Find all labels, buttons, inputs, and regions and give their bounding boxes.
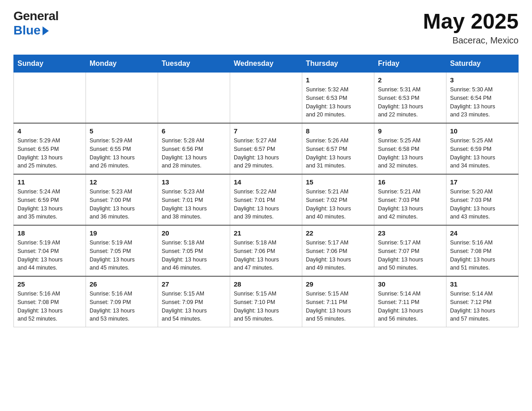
day-number: 23 (378, 229, 442, 237)
day-info: Sunrise: 5:29 AM Sunset: 6:55 PM Dayligh… (17, 137, 82, 170)
logo-blue-text: Blue (13, 23, 41, 38)
day-info: Sunrise: 5:16 AM Sunset: 7:09 PM Dayligh… (90, 290, 154, 323)
day-number: 9 (378, 127, 442, 135)
day-info: Sunrise: 5:15 AM Sunset: 7:10 PM Dayligh… (234, 290, 298, 323)
day-info: Sunrise: 5:23 AM Sunset: 7:00 PM Dayligh… (90, 188, 154, 221)
calendar-cell: 8Sunrise: 5:26 AM Sunset: 6:57 PM Daylig… (302, 123, 374, 174)
day-info: Sunrise: 5:16 AM Sunset: 7:08 PM Dayligh… (17, 290, 82, 323)
calendar-cell: 13Sunrise: 5:23 AM Sunset: 7:01 PM Dayli… (158, 174, 230, 225)
calendar-cell (86, 73, 158, 124)
day-number: 15 (306, 178, 370, 186)
calendar-cell: 25Sunrise: 5:16 AM Sunset: 7:08 PM Dayli… (14, 276, 86, 327)
day-info: Sunrise: 5:16 AM Sunset: 7:08 PM Dayligh… (450, 239, 515, 272)
day-number: 29 (306, 280, 370, 288)
weekday-header-wednesday: Wednesday (230, 55, 302, 73)
day-info: Sunrise: 5:17 AM Sunset: 7:06 PM Dayligh… (306, 239, 370, 272)
weekday-header-saturday: Saturday (446, 55, 519, 73)
day-number: 24 (450, 229, 515, 237)
logo-arrow-icon (43, 26, 49, 35)
day-number: 16 (378, 178, 442, 186)
day-info: Sunrise: 5:22 AM Sunset: 7:01 PM Dayligh… (234, 188, 298, 221)
calendar-cell: 11Sunrise: 5:24 AM Sunset: 6:59 PM Dayli… (14, 174, 86, 225)
calendar-cell (230, 73, 302, 124)
day-number: 30 (378, 280, 442, 288)
calendar-cell: 31Sunrise: 5:14 AM Sunset: 7:12 PM Dayli… (446, 276, 519, 327)
day-info: Sunrise: 5:27 AM Sunset: 6:57 PM Dayligh… (234, 137, 298, 170)
calendar-cell: 16Sunrise: 5:21 AM Sunset: 7:03 PM Dayli… (374, 174, 446, 225)
calendar-cell: 19Sunrise: 5:19 AM Sunset: 7:05 PM Dayli… (86, 225, 158, 276)
day-number: 20 (162, 229, 226, 237)
calendar-cell: 7Sunrise: 5:27 AM Sunset: 6:57 PM Daylig… (230, 123, 302, 174)
logo-general-text: General (13, 9, 59, 23)
location-subtitle: Bacerac, Mexico (423, 35, 519, 46)
calendar-week-row: 1Sunrise: 5:32 AM Sunset: 6:53 PM Daylig… (14, 73, 519, 124)
day-number: 26 (90, 280, 154, 288)
day-info: Sunrise: 5:21 AM Sunset: 7:02 PM Dayligh… (306, 188, 370, 221)
calendar-cell: 5Sunrise: 5:29 AM Sunset: 6:55 PM Daylig… (86, 123, 158, 174)
calendar-cell: 1Sunrise: 5:32 AM Sunset: 6:53 PM Daylig… (302, 73, 374, 124)
calendar-cell: 29Sunrise: 5:15 AM Sunset: 7:11 PM Dayli… (302, 276, 374, 327)
day-number: 19 (90, 229, 154, 237)
calendar-cell: 26Sunrise: 5:16 AM Sunset: 7:09 PM Dayli… (86, 276, 158, 327)
calendar-cell: 3Sunrise: 5:30 AM Sunset: 6:54 PM Daylig… (446, 73, 519, 124)
day-info: Sunrise: 5:29 AM Sunset: 6:55 PM Dayligh… (90, 137, 154, 170)
calendar-cell: 20Sunrise: 5:18 AM Sunset: 7:05 PM Dayli… (158, 225, 230, 276)
calendar-cell: 4Sunrise: 5:29 AM Sunset: 6:55 PM Daylig… (14, 123, 86, 174)
day-info: Sunrise: 5:15 AM Sunset: 7:09 PM Dayligh… (162, 290, 226, 323)
calendar-week-row: 18Sunrise: 5:19 AM Sunset: 7:04 PM Dayli… (14, 225, 519, 276)
day-info: Sunrise: 5:21 AM Sunset: 7:03 PM Dayligh… (378, 188, 442, 221)
calendar-cell: 30Sunrise: 5:14 AM Sunset: 7:11 PM Dayli… (374, 276, 446, 327)
day-number: 28 (234, 280, 298, 288)
logo: General Blue (13, 9, 59, 38)
calendar-cell (158, 73, 230, 124)
calendar-cell: 2Sunrise: 5:31 AM Sunset: 6:53 PM Daylig… (374, 73, 446, 124)
day-number: 11 (17, 178, 82, 186)
day-info: Sunrise: 5:15 AM Sunset: 7:11 PM Dayligh… (306, 290, 370, 323)
calendar-cell: 15Sunrise: 5:21 AM Sunset: 7:02 PM Dayli… (302, 174, 374, 225)
day-number: 1 (306, 76, 370, 84)
day-info: Sunrise: 5:24 AM Sunset: 6:59 PM Dayligh… (17, 188, 82, 221)
calendar-cell: 21Sunrise: 5:18 AM Sunset: 7:06 PM Dayli… (230, 225, 302, 276)
calendar-cell: 12Sunrise: 5:23 AM Sunset: 7:00 PM Dayli… (86, 174, 158, 225)
day-number: 14 (234, 178, 298, 186)
weekday-header-monday: Monday (86, 55, 158, 73)
calendar-cell: 28Sunrise: 5:15 AM Sunset: 7:10 PM Dayli… (230, 276, 302, 327)
day-number: 2 (378, 76, 442, 84)
title-block: May 2025 Bacerac, Mexico (423, 9, 519, 46)
day-number: 12 (90, 178, 154, 186)
calendar-cell: 24Sunrise: 5:16 AM Sunset: 7:08 PM Dayli… (446, 225, 519, 276)
calendar-cell: 17Sunrise: 5:20 AM Sunset: 7:03 PM Dayli… (446, 174, 519, 225)
calendar-cell: 6Sunrise: 5:28 AM Sunset: 6:56 PM Daylig… (158, 123, 230, 174)
day-number: 21 (234, 229, 298, 237)
calendar-cell: 10Sunrise: 5:25 AM Sunset: 6:59 PM Dayli… (446, 123, 519, 174)
day-info: Sunrise: 5:32 AM Sunset: 6:53 PM Dayligh… (306, 86, 370, 119)
calendar-cell: 27Sunrise: 5:15 AM Sunset: 7:09 PM Dayli… (158, 276, 230, 327)
day-number: 18 (17, 229, 82, 237)
calendar-cell: 22Sunrise: 5:17 AM Sunset: 7:06 PM Dayli… (302, 225, 374, 276)
calendar-week-row: 4Sunrise: 5:29 AM Sunset: 6:55 PM Daylig… (14, 123, 519, 174)
calendar-cell: 18Sunrise: 5:19 AM Sunset: 7:04 PM Dayli… (14, 225, 86, 276)
day-info: Sunrise: 5:14 AM Sunset: 7:11 PM Dayligh… (378, 290, 442, 323)
weekday-header-tuesday: Tuesday (158, 55, 230, 73)
calendar-cell: 23Sunrise: 5:17 AM Sunset: 7:07 PM Dayli… (374, 225, 446, 276)
calendar-cell: 9Sunrise: 5:25 AM Sunset: 6:58 PM Daylig… (374, 123, 446, 174)
day-info: Sunrise: 5:28 AM Sunset: 6:56 PM Dayligh… (162, 137, 226, 170)
day-number: 17 (450, 178, 515, 186)
calendar-week-row: 11Sunrise: 5:24 AM Sunset: 6:59 PM Dayli… (14, 174, 519, 225)
day-info: Sunrise: 5:31 AM Sunset: 6:53 PM Dayligh… (378, 86, 442, 119)
calendar-table: SundayMondayTuesdayWednesdayThursdayFrid… (13, 55, 519, 327)
day-info: Sunrise: 5:20 AM Sunset: 7:03 PM Dayligh… (450, 188, 515, 221)
day-info: Sunrise: 5:19 AM Sunset: 7:04 PM Dayligh… (17, 239, 82, 272)
calendar-header-row: SundayMondayTuesdayWednesdayThursdayFrid… (14, 55, 519, 73)
day-number: 27 (162, 280, 226, 288)
weekday-header-thursday: Thursday (302, 55, 374, 73)
day-info: Sunrise: 5:19 AM Sunset: 7:05 PM Dayligh… (90, 239, 154, 272)
day-number: 31 (450, 280, 515, 288)
day-number: 10 (450, 127, 515, 135)
day-info: Sunrise: 5:26 AM Sunset: 6:57 PM Dayligh… (306, 137, 370, 170)
calendar-week-row: 25Sunrise: 5:16 AM Sunset: 7:08 PM Dayli… (14, 276, 519, 327)
day-info: Sunrise: 5:18 AM Sunset: 7:06 PM Dayligh… (234, 239, 298, 272)
day-info: Sunrise: 5:25 AM Sunset: 6:59 PM Dayligh… (450, 137, 515, 170)
day-number: 13 (162, 178, 226, 186)
day-number: 25 (17, 280, 82, 288)
